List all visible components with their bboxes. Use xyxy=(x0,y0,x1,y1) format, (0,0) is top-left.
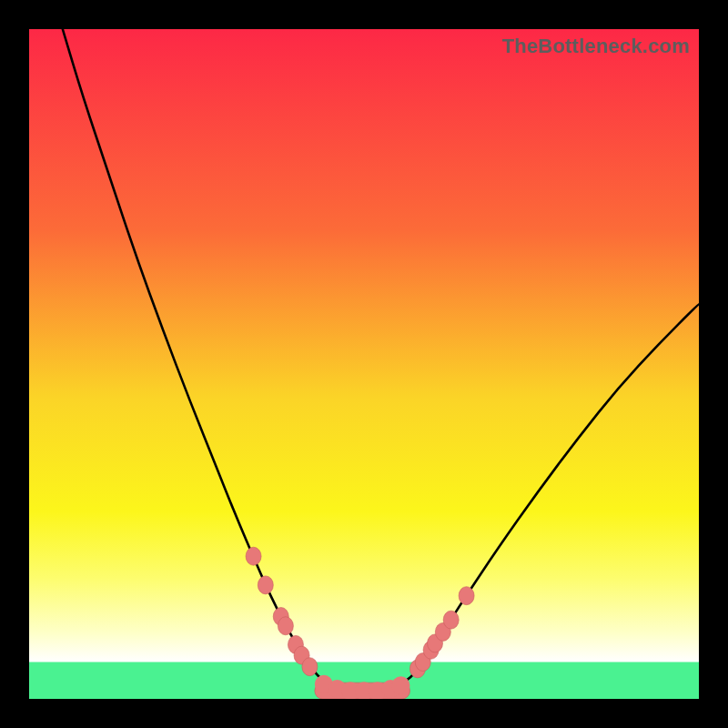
watermark-text: TheBottleneck.com xyxy=(502,35,690,58)
data-marker xyxy=(459,587,474,605)
data-marker xyxy=(278,617,293,635)
data-marker xyxy=(302,658,318,676)
data-marker xyxy=(246,547,261,565)
chart-frame: TheBottleneck.com xyxy=(0,0,728,728)
chart-overlay xyxy=(29,29,699,699)
right-side-markers xyxy=(410,587,474,678)
trough-marker xyxy=(391,676,410,694)
bottleneck-curve xyxy=(63,29,699,690)
data-marker xyxy=(258,576,273,594)
plot-area: TheBottleneck.com xyxy=(29,29,699,699)
trough-markers xyxy=(315,675,410,699)
data-marker xyxy=(443,611,459,629)
